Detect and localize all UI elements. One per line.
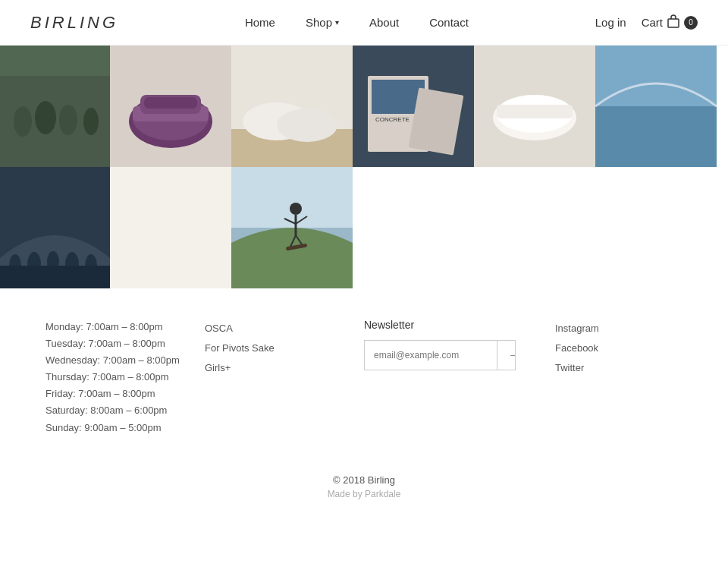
svg-point-16 bbox=[277, 109, 337, 142]
newsletter-email-input[interactable] bbox=[365, 341, 497, 370]
svg-rect-26 bbox=[595, 46, 717, 167]
svg-rect-25 bbox=[497, 105, 573, 118]
svg-rect-12 bbox=[144, 97, 197, 109]
svg-rect-17 bbox=[353, 46, 474, 167]
hours-saturday: Saturday: 8:00am – 6:00pm bbox=[46, 402, 205, 419]
svg-rect-19 bbox=[372, 80, 425, 114]
for-pivots-sake-link[interactable]: For Pivots Sake bbox=[205, 338, 364, 358]
footer: Monday: 7:00am – 8:00pm Tuesday: 7:00am … bbox=[0, 288, 728, 459]
instagram-link[interactable]: Instagram bbox=[555, 319, 682, 338]
svg-point-38 bbox=[290, 203, 302, 215]
svg-point-32 bbox=[47, 251, 59, 272]
svg-point-3 bbox=[35, 101, 56, 134]
photo-7[interactable] bbox=[0, 167, 110, 288]
svg-line-42 bbox=[290, 235, 296, 247]
hours-tuesday: Tuesday: 7:00am – 8:00pm bbox=[46, 335, 205, 352]
twitter-link[interactable]: Twitter bbox=[555, 358, 682, 378]
svg-rect-0 bbox=[668, 19, 679, 27]
nav-shop[interactable]: Shop ▾ bbox=[306, 16, 339, 29]
hours-thursday: Thursday: 7:00am – 8:00pm bbox=[46, 369, 205, 386]
girls-plus-link[interactable]: Girls+ bbox=[205, 358, 364, 378]
svg-point-4 bbox=[59, 105, 77, 135]
photo-6[interactable] bbox=[595, 46, 717, 167]
svg-rect-27 bbox=[595, 106, 717, 167]
hours-friday: Friday: 7:00am – 8:00pm bbox=[46, 386, 205, 402]
nav-shop-label: Shop bbox=[306, 16, 332, 29]
photo-3[interactable] bbox=[231, 46, 353, 167]
newsletter-title: Newsletter bbox=[364, 319, 555, 331]
svg-rect-21 bbox=[409, 87, 464, 155]
svg-line-41 bbox=[296, 216, 307, 224]
hours-monday: Monday: 7:00am – 8:00pm bbox=[46, 319, 205, 335]
footer-hours: Monday: 7:00am – 8:00pm Tuesday: 7:00am … bbox=[46, 319, 205, 436]
svg-rect-44 bbox=[286, 244, 307, 251]
svg-point-34 bbox=[85, 254, 97, 277]
newsletter-submit-button[interactable]: → bbox=[497, 341, 516, 370]
svg-rect-18 bbox=[368, 76, 428, 152]
cart-count: 0 bbox=[684, 16, 698, 30]
copyright-text: © 2018 Birling bbox=[15, 474, 713, 486]
nav-right-actions: Log in Cart 0 bbox=[595, 14, 698, 31]
svg-point-15 bbox=[243, 102, 311, 140]
svg-rect-36 bbox=[231, 167, 353, 288]
cart-label: Cart bbox=[642, 16, 663, 29]
newsletter-form: → bbox=[364, 340, 516, 370]
photo-1[interactable] bbox=[0, 46, 110, 167]
photo-5[interactable] bbox=[474, 46, 595, 167]
footer-newsletter: Newsletter → bbox=[364, 319, 555, 436]
cart-link[interactable]: Cart 0 bbox=[642, 14, 698, 31]
facebook-link[interactable]: Facebook bbox=[555, 338, 682, 358]
svg-rect-37 bbox=[231, 167, 353, 228]
photo-8 bbox=[110, 167, 231, 288]
svg-rect-1 bbox=[0, 46, 110, 167]
svg-point-24 bbox=[497, 95, 573, 133]
chevron-down-icon: ▾ bbox=[335, 18, 339, 27]
hours-wednesday: Wednesday: 7:00am – 8:00pm bbox=[46, 352, 205, 369]
svg-rect-7 bbox=[110, 46, 231, 167]
svg-rect-11 bbox=[140, 95, 201, 114]
photo-9[interactable] bbox=[231, 167, 353, 288]
svg-rect-13 bbox=[231, 46, 353, 167]
footer-bottom: © 2018 Birling Made by Parkdale bbox=[0, 459, 728, 515]
photo-2[interactable] bbox=[110, 46, 231, 167]
made-by-text: Made by Parkdale bbox=[15, 489, 713, 499]
svg-point-33 bbox=[65, 252, 79, 276]
photo-grid: CONCRETE bbox=[0, 46, 728, 288]
svg-point-31 bbox=[27, 252, 41, 276]
cart-bag-icon bbox=[666, 14, 681, 31]
svg-point-9 bbox=[133, 95, 209, 140]
footer-links: OSCA For Pivots Sake Girls+ bbox=[205, 319, 364, 436]
logo[interactable]: BIRLING bbox=[30, 13, 118, 33]
nav-about[interactable]: About bbox=[369, 16, 399, 29]
svg-point-2 bbox=[14, 106, 32, 137]
svg-point-30 bbox=[9, 254, 21, 277]
svg-rect-28 bbox=[0, 167, 110, 288]
hours-sunday: Sunday: 9:00am – 5:00pm bbox=[46, 420, 205, 436]
main-navigation: BIRLING Home Shop ▾ About Contact Log in… bbox=[0, 0, 728, 46]
photo-4[interactable]: CONCRETE bbox=[353, 46, 474, 167]
svg-rect-10 bbox=[133, 106, 209, 121]
svg-line-40 bbox=[284, 219, 296, 224]
svg-rect-22 bbox=[474, 46, 595, 167]
svg-text:CONCRETE: CONCRETE bbox=[375, 116, 410, 123]
nav-home[interactable]: Home bbox=[245, 16, 275, 29]
svg-point-5 bbox=[83, 108, 99, 135]
svg-line-43 bbox=[296, 235, 303, 247]
svg-rect-14 bbox=[231, 129, 353, 167]
footer-social: Instagram Facebook Twitter bbox=[555, 319, 682, 436]
svg-rect-29 bbox=[0, 266, 110, 288]
nav-contact[interactable]: Contact bbox=[429, 16, 469, 29]
login-link[interactable]: Log in bbox=[595, 16, 626, 29]
svg-rect-6 bbox=[0, 46, 110, 76]
svg-rect-35 bbox=[110, 167, 231, 288]
osca-link[interactable]: OSCA bbox=[205, 319, 364, 338]
svg-point-8 bbox=[129, 95, 212, 148]
svg-point-23 bbox=[493, 95, 576, 140]
